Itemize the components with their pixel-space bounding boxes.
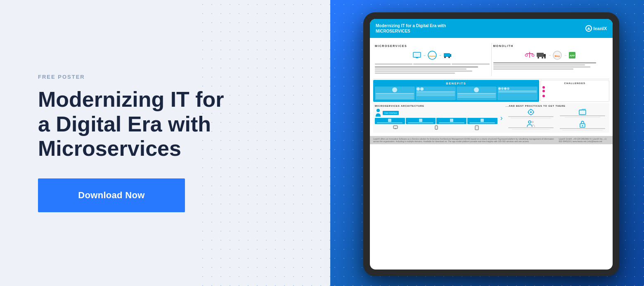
left-content: FREE POSTER Modernizing IT for a Digital… [0, 74, 227, 212]
svg-point-17 [544, 57, 546, 59]
svg-rect-27 [475, 126, 478, 130]
architecture-label: MICROSERVICES ARCHITECTURE [375, 105, 497, 107]
section-monolith-label: MONOLITH [493, 45, 608, 47]
svg-text:Etsy: Etsy [555, 55, 560, 57]
footer-text-left: LeanIX offers an innovative Software as … [373, 138, 559, 143]
poster-header-title: Modernizing IT for a Digital Era withMIC… [376, 23, 446, 34]
poster-footer: LeanIX offers an innovative Software as … [370, 136, 613, 144]
leanix-logo: leanIX [585, 25, 607, 32]
svg-point-8 [448, 56, 450, 58]
tablet-outer-frame: Modernizing IT for a Digital Era withMIC… [363, 12, 619, 276]
tablet-screen: Modernizing IT for a Digital Era withMIC… [370, 19, 613, 270]
download-now-button[interactable]: Download Now [38, 178, 185, 212]
tablet-mockup: Modernizing IT for a Digital Era withMIC… [363, 12, 619, 276]
svg-point-12 [532, 54, 534, 56]
page-title: Modernizing IT for a Digital Era with Mi… [38, 87, 227, 161]
svg-text:APP: APP [570, 54, 575, 57]
svg-point-38 [582, 125, 583, 127]
benefits-title: BENEFITS [375, 82, 537, 85]
svg-point-16 [542, 57, 543, 59]
svg-point-22 [376, 109, 380, 112]
svg-rect-6 [450, 54, 451, 57]
free-poster-label: FREE POSTER [38, 74, 227, 80]
user-interface-label: User Interface [383, 111, 399, 115]
svg-rect-14 [544, 54, 546, 57]
svg-rect-24 [395, 129, 396, 129]
svg-rect-2 [416, 57, 418, 58]
banner: FREE POSTER Modernizing IT for a Digital… [0, 0, 644, 286]
svg-point-7 [444, 56, 446, 58]
svg-point-36 [532, 121, 533, 123]
challenges-title: CHALLENGES [542, 82, 607, 84]
svg-point-35 [528, 121, 531, 123]
best-practices-label: ...AND BEST PRACTICES TO GET THERE [506, 105, 608, 107]
leanix-logo-icon [585, 25, 592, 32]
svg-text:amazon: amazon [428, 55, 436, 57]
svg-point-29 [530, 111, 532, 113]
svg-rect-34 [579, 110, 586, 115]
poster-header: Modernizing IT for a Digital Era withMIC… [370, 19, 613, 38]
section-microservices-label: MICROSERVICES [375, 45, 490, 47]
svg-marker-0 [587, 27, 590, 30]
poster-divider-1 [373, 79, 609, 79]
svg-rect-5 [444, 53, 450, 57]
svg-point-15 [537, 57, 539, 59]
footer-text-right: LeanIX GmbH, +49 228 2862992-0 | LeanIX … [559, 138, 609, 143]
monolith-icons: → Etsy → APP [493, 49, 608, 61]
svg-rect-1 [413, 52, 421, 57]
microservices-icons: → amazon → [375, 49, 490, 61]
svg-rect-23 [393, 126, 398, 129]
poster-body: MICROSERVICES → [370, 38, 613, 136]
svg-point-11 [525, 54, 528, 56]
svg-point-26 [436, 129, 437, 129]
svg-rect-13 [537, 53, 544, 57]
